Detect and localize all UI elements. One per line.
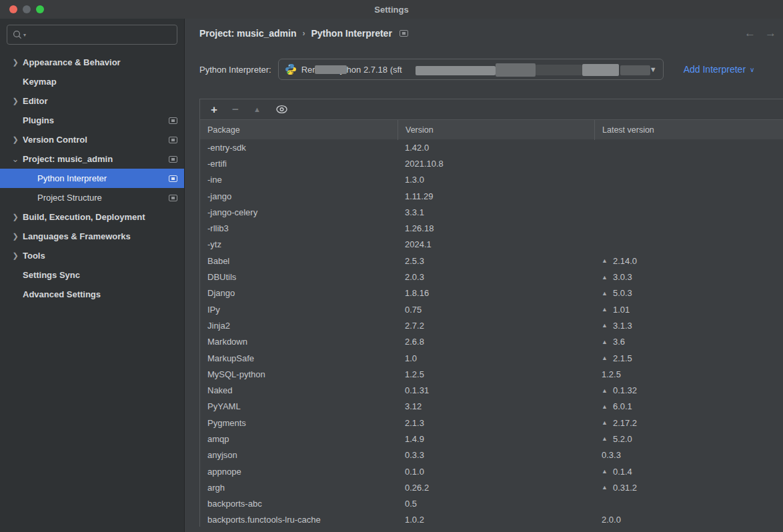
close-window-icon[interactable] xyxy=(9,5,17,13)
table-row[interactable]: -jango-celery3.3.1 xyxy=(200,204,783,220)
latest-version-value: 0.31.2 xyxy=(613,483,637,493)
per-project-indicator-icon xyxy=(169,175,177,182)
package-latest-version: ▲3.1.3 xyxy=(594,321,783,331)
sidebar-item-project-structure[interactable]: Project Structure xyxy=(0,188,184,207)
interpreter-row: Python Interpreter: Remote Python 2.7.18… xyxy=(199,59,783,80)
chevron-collapsed-icon[interactable]: ❯ xyxy=(8,135,23,144)
uninstall-package-button[interactable]: − xyxy=(232,104,239,115)
table-row[interactable]: amqp1.4.9▲5.2.0 xyxy=(200,431,783,447)
table-row[interactable]: MySQL-python1.2.51.2.5 xyxy=(200,366,783,382)
package-version: 1.3.0 xyxy=(398,175,594,185)
package-latest-version: ▲2.1.5 xyxy=(594,353,783,363)
python-logo-icon xyxy=(285,63,297,75)
chevron-collapsed-icon[interactable]: ❯ xyxy=(8,232,23,241)
table-row[interactable]: Markdown2.6.8▲3.6 xyxy=(200,334,783,350)
minimize-window-icon[interactable] xyxy=(23,5,31,13)
forward-arrow-icon[interactable]: → xyxy=(765,27,776,40)
latest-version-value: 3.1.3 xyxy=(613,321,632,331)
redaction-block xyxy=(496,63,536,77)
breadcrumb: Project: music_admin › Python Interprete… xyxy=(199,28,408,39)
sidebar-item-project-music-admin[interactable]: ⌄Project: music_admin xyxy=(0,149,184,169)
chevron-collapsed-icon[interactable]: ❯ xyxy=(8,251,23,260)
sidebar-item-plugins[interactable]: Plugins xyxy=(0,111,184,130)
chevron-collapsed-icon[interactable]: ❯ xyxy=(8,97,23,105)
sidebar-item-settings-sync[interactable]: Settings Sync xyxy=(0,265,184,285)
table-row[interactable]: -rllib31.26.18 xyxy=(200,220,783,236)
package-latest-version: ▲2.14.0 xyxy=(594,256,783,266)
latest-version-value: 2.0.0 xyxy=(602,515,621,525)
sidebar-item-languages-frameworks[interactable]: ❯Languages & Frameworks xyxy=(0,227,184,246)
table-row[interactable]: DBUtils2.0.3▲3.0.3 xyxy=(200,269,783,285)
package-latest-version: 1.2.5 xyxy=(594,369,783,379)
add-interpreter-link[interactable]: Add Interpreter ∨ xyxy=(684,64,755,75)
package-latest-version: ▲6.0.1 xyxy=(594,401,783,411)
package-latest-version: ▲3.6 xyxy=(594,337,783,347)
package-name: IPy xyxy=(200,305,398,315)
table-row[interactable]: -entry-sdk1.42.0 xyxy=(200,139,783,155)
table-row[interactable]: backports.functools-lru-cache1.0.22.0.0 xyxy=(200,512,783,527)
sidebar-item-python-interpreter[interactable]: Python Interpreter xyxy=(0,169,184,188)
column-header-latest-version[interactable]: Latest version xyxy=(594,120,783,140)
column-header-version[interactable]: Version xyxy=(398,120,594,140)
sidebar-item-keymap[interactable]: Keymap xyxy=(0,72,184,91)
package-version: 2021.10.8 xyxy=(398,159,594,169)
table-row[interactable]: backports-abc0.5 xyxy=(200,496,783,512)
search-history-caret-icon[interactable]: ▾ xyxy=(23,32,26,38)
settings-search-input[interactable]: ▾ xyxy=(7,25,177,45)
table-row[interactable]: -ytz2024.1 xyxy=(200,237,783,253)
chevron-expanded-icon[interactable]: ⌄ xyxy=(8,154,23,164)
upgrade-available-icon: ▲ xyxy=(602,355,608,361)
sidebar-item-build-execution-deployment[interactable]: ❯Build, Execution, Deployment xyxy=(0,207,184,227)
sidebar-item-tools[interactable]: ❯Tools xyxy=(0,246,184,265)
table-row[interactable]: IPy0.75▲1.01 xyxy=(200,301,783,317)
package-name: amqp xyxy=(200,434,398,444)
install-package-button[interactable]: + xyxy=(211,104,217,115)
table-row[interactable]: MarkupSafe1.0▲2.1.5 xyxy=(200,350,783,366)
search-icon xyxy=(13,30,22,39)
breadcrumb-project[interactable]: Project: music_admin xyxy=(199,28,297,39)
package-version: 2.0.3 xyxy=(398,272,594,282)
table-row[interactable]: -jango1.11.29 xyxy=(200,188,783,204)
redaction-block xyxy=(416,66,496,75)
table-row[interactable]: anyjson0.3.30.3.3 xyxy=(200,447,783,463)
table-row[interactable]: Babel2.5.3▲2.14.0 xyxy=(200,253,783,269)
back-arrow-icon[interactable]: ← xyxy=(744,27,756,40)
package-table-panel: + − ▲ Package Version Latest version -en… xyxy=(199,99,783,527)
table-row[interactable]: Django1.8.16▲5.0.3 xyxy=(200,285,783,301)
table-row[interactable]: argh0.26.2▲0.31.2 xyxy=(200,479,783,495)
chevron-collapsed-icon[interactable]: ❯ xyxy=(8,58,23,67)
table-row[interactable]: Jinja22.7.2▲3.1.3 xyxy=(200,317,783,333)
package-version: 2.7.2 xyxy=(398,321,594,331)
package-name: backports.functools-lru-cache xyxy=(200,515,398,525)
sidebar-item-label: Project Structure xyxy=(37,193,163,203)
column-header-package[interactable]: Package xyxy=(200,125,398,135)
table-row[interactable]: appnope0.1.0▲0.1.4 xyxy=(200,463,783,479)
interpreter-select[interactable]: Remote Python 2.7.18 (sft ▼ xyxy=(278,59,664,80)
per-project-indicator-icon xyxy=(169,137,177,143)
chevron-collapsed-icon[interactable]: ❯ xyxy=(8,213,23,221)
latest-version-value: 2.17.2 xyxy=(613,418,637,428)
package-name: appnope xyxy=(200,467,398,477)
sidebar-item-appearance-behavior[interactable]: ❯Appearance & Behavior xyxy=(0,53,184,72)
redaction-block xyxy=(536,65,582,75)
table-row[interactable]: -ine1.3.0 xyxy=(200,172,783,188)
table-row[interactable]: -ertifi2021.10.8 xyxy=(200,155,783,171)
package-latest-version: 0.3.3 xyxy=(594,450,783,460)
package-latest-version: ▲3.0.3 xyxy=(594,272,783,282)
package-version: 1.11.29 xyxy=(398,191,594,201)
window-title: Settings xyxy=(374,5,408,15)
table-row[interactable]: Naked0.1.31▲0.1.32 xyxy=(200,382,783,398)
sidebar-item-label: Tools xyxy=(23,251,177,261)
eye-icon[interactable] xyxy=(275,105,288,114)
sidebar-item-editor[interactable]: ❯Editor xyxy=(0,91,184,111)
sidebar-item-version-control[interactable]: ❯Version Control xyxy=(0,130,184,149)
package-name: -ine xyxy=(200,175,398,185)
table-row[interactable]: PyYAML3.12▲6.0.1 xyxy=(200,399,783,415)
package-latest-version: 2.0.0 xyxy=(594,515,783,525)
table-row[interactable]: Pygments2.1.3▲2.17.2 xyxy=(200,415,783,431)
zoom-window-icon[interactable] xyxy=(36,5,44,13)
sidebar-item-advanced-settings[interactable]: Advanced Settings xyxy=(0,285,184,304)
settings-main-panel: Project: music_admin › Python Interprete… xyxy=(185,19,783,532)
upgrade-package-button[interactable]: ▲ xyxy=(253,106,261,113)
package-name: -ytz xyxy=(200,239,398,249)
